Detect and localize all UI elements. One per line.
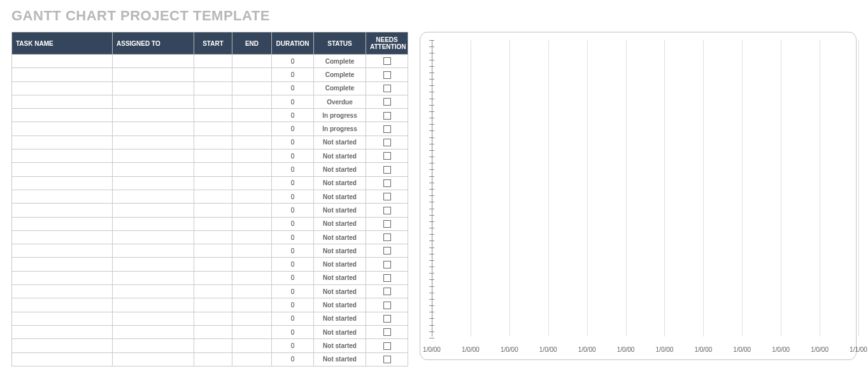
start-cell[interactable]: [194, 352, 232, 366]
status-cell[interactable]: Complete: [314, 81, 366, 95]
status-cell[interactable]: Not started: [314, 258, 366, 271]
attention-checkbox[interactable]: [383, 152, 391, 160]
duration-cell[interactable]: 0: [272, 81, 314, 95]
duration-cell[interactable]: 0: [272, 136, 314, 149]
status-cell[interactable]: Complete: [314, 55, 366, 68]
status-cell[interactable]: Not started: [314, 217, 366, 230]
task-cell[interactable]: [12, 55, 113, 68]
assigned-cell[interactable]: [113, 55, 194, 68]
end-cell[interactable]: [232, 325, 272, 338]
attention-checkbox[interactable]: [383, 57, 391, 65]
task-cell[interactable]: [12, 217, 113, 230]
duration-cell[interactable]: 0: [272, 230, 314, 244]
end-cell[interactable]: [232, 244, 272, 258]
status-cell[interactable]: Not started: [314, 163, 366, 176]
duration-cell[interactable]: 0: [272, 312, 314, 325]
assigned-cell[interactable]: [113, 271, 194, 284]
duration-cell[interactable]: 0: [272, 352, 314, 366]
assigned-cell[interactable]: [113, 136, 194, 149]
start-cell[interactable]: [194, 325, 232, 338]
status-cell[interactable]: Not started: [314, 285, 366, 298]
duration-cell[interactable]: 0: [272, 339, 314, 352]
attention-checkbox[interactable]: [383, 356, 391, 363]
task-cell[interactable]: [12, 258, 113, 271]
assigned-cell[interactable]: [113, 190, 194, 203]
attention-checkbox[interactable]: [383, 179, 391, 187]
assigned-cell[interactable]: [113, 176, 194, 190]
end-cell[interactable]: [232, 217, 272, 230]
status-cell[interactable]: Not started: [314, 312, 366, 325]
assigned-cell[interactable]: [113, 352, 194, 366]
end-cell[interactable]: [232, 204, 272, 217]
duration-cell[interactable]: 0: [272, 55, 314, 68]
end-cell[interactable]: [232, 95, 272, 108]
assigned-cell[interactable]: [113, 230, 194, 244]
task-cell[interactable]: [12, 81, 113, 95]
end-cell[interactable]: [232, 176, 272, 190]
assigned-cell[interactable]: [113, 81, 194, 95]
task-cell[interactable]: [12, 312, 113, 325]
assigned-cell[interactable]: [113, 122, 194, 136]
attention-checkbox[interactable]: [383, 342, 391, 350]
assigned-cell[interactable]: [113, 163, 194, 176]
end-cell[interactable]: [232, 298, 272, 312]
attention-checkbox[interactable]: [383, 166, 391, 174]
duration-cell[interactable]: 0: [272, 176, 314, 190]
assigned-cell[interactable]: [113, 150, 194, 163]
status-cell[interactable]: Overdue: [314, 95, 366, 108]
end-cell[interactable]: [232, 68, 272, 81]
status-cell[interactable]: Not started: [314, 230, 366, 244]
status-cell[interactable]: Not started: [314, 190, 366, 203]
start-cell[interactable]: [194, 136, 232, 149]
task-cell[interactable]: [12, 68, 113, 81]
assigned-cell[interactable]: [113, 217, 194, 230]
attention-checkbox[interactable]: [383, 125, 391, 133]
end-cell[interactable]: [232, 163, 272, 176]
attention-checkbox[interactable]: [383, 139, 391, 146]
start-cell[interactable]: [194, 95, 232, 108]
attention-checkbox[interactable]: [383, 302, 391, 309]
status-cell[interactable]: Not started: [314, 176, 366, 190]
start-cell[interactable]: [194, 217, 232, 230]
assigned-cell[interactable]: [113, 109, 194, 122]
task-cell[interactable]: [12, 244, 113, 258]
duration-cell[interactable]: 0: [272, 244, 314, 258]
task-cell[interactable]: [12, 339, 113, 352]
task-cell[interactable]: [12, 298, 113, 312]
assigned-cell[interactable]: [113, 95, 194, 108]
duration-cell[interactable]: 0: [272, 271, 314, 284]
task-cell[interactable]: [12, 285, 113, 298]
end-cell[interactable]: [232, 352, 272, 366]
start-cell[interactable]: [194, 285, 232, 298]
end-cell[interactable]: [232, 230, 272, 244]
status-cell[interactable]: Not started: [314, 298, 366, 312]
start-cell[interactable]: [194, 230, 232, 244]
end-cell[interactable]: [232, 109, 272, 122]
start-cell[interactable]: [194, 244, 232, 258]
duration-cell[interactable]: 0: [272, 150, 314, 163]
duration-cell[interactable]: 0: [272, 68, 314, 81]
duration-cell[interactable]: 0: [272, 204, 314, 217]
duration-cell[interactable]: 0: [272, 298, 314, 312]
attention-checkbox[interactable]: [383, 220, 391, 228]
start-cell[interactable]: [194, 176, 232, 190]
end-cell[interactable]: [232, 271, 272, 284]
start-cell[interactable]: [194, 150, 232, 163]
status-cell[interactable]: Not started: [314, 136, 366, 149]
duration-cell[interactable]: 0: [272, 325, 314, 338]
task-cell[interactable]: [12, 122, 113, 136]
start-cell[interactable]: [194, 122, 232, 136]
duration-cell[interactable]: 0: [272, 285, 314, 298]
start-cell[interactable]: [194, 339, 232, 352]
status-cell[interactable]: Not started: [314, 204, 366, 217]
task-cell[interactable]: [12, 95, 113, 108]
assigned-cell[interactable]: [113, 325, 194, 338]
assigned-cell[interactable]: [113, 298, 194, 312]
status-cell[interactable]: Not started: [314, 150, 366, 163]
duration-cell[interactable]: 0: [272, 109, 314, 122]
assigned-cell[interactable]: [113, 244, 194, 258]
duration-cell[interactable]: 0: [272, 217, 314, 230]
attention-checkbox[interactable]: [383, 207, 391, 214]
start-cell[interactable]: [194, 68, 232, 81]
duration-cell[interactable]: 0: [272, 163, 314, 176]
